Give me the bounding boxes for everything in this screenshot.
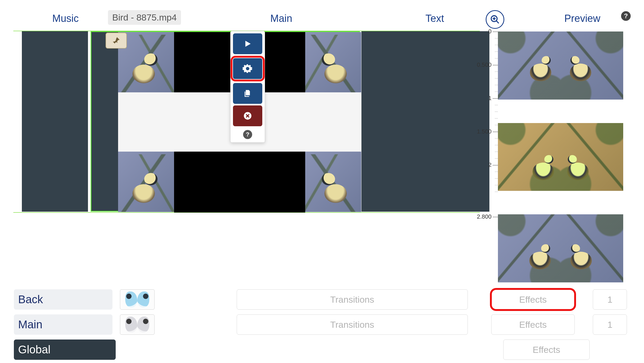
play-button[interactable] (233, 33, 262, 54)
ruler-label: 0 (488, 28, 492, 35)
ruler-label: 2.800 (477, 213, 492, 220)
tab-main[interactable]: Main (270, 13, 292, 24)
settings-button[interactable] (233, 58, 262, 79)
effects-button-global[interactable]: Effects (503, 340, 590, 360)
delete-button[interactable] (233, 105, 262, 126)
layer-row-global: Global Effects (14, 339, 627, 360)
settings-highlight (231, 56, 265, 81)
layer-name-global[interactable]: Global (14, 340, 116, 360)
music-track-panel[interactable] (22, 31, 88, 212)
close-circle-icon (243, 111, 252, 120)
layer-name-main[interactable]: Main (14, 314, 112, 335)
ruler-label: 2 (488, 161, 492, 168)
preview-column: 0 0.500 1 1.500 2 2.800 (480, 31, 629, 282)
layers-panel: Back Transitions Effects 1 Main Transiti… (14, 289, 627, 363)
time-ruler: 0 0.500 1 1.500 2 2.800 (480, 31, 498, 282)
layer-thumb-main[interactable] (120, 314, 155, 335)
ruler-label: 1 (488, 95, 492, 102)
effects-button-back[interactable]: Effects (491, 289, 575, 310)
preview-thumbnail[interactable] (498, 31, 623, 100)
pin-button[interactable] (106, 33, 127, 49)
preview-thumbnail[interactable] (498, 123, 623, 191)
tab-text[interactable]: Text (425, 13, 444, 24)
svg-line-1 (496, 21, 499, 23)
copy-button[interactable] (233, 83, 262, 104)
top-tabs: Music Main Text Preview (13, 13, 632, 28)
effects-count-main[interactable]: 1 (593, 314, 627, 335)
layer-row-main: Main Transitions Effects 1 (14, 314, 627, 335)
pin-icon (112, 36, 121, 45)
preview-thumbnails (498, 31, 629, 282)
effects-count-back[interactable]: 1 (593, 289, 627, 310)
copy-icon (243, 89, 252, 98)
action-help-button[interactable]: ? (243, 130, 252, 139)
zoom-in-button[interactable] (486, 10, 504, 29)
ruler-label: 1.500 (477, 128, 492, 135)
tab-preview[interactable]: Preview (564, 13, 600, 24)
effects-button-main[interactable]: Effects (491, 314, 575, 335)
zoom-in-icon (490, 14, 500, 25)
clip-action-menu: ? (230, 31, 265, 143)
play-icon (243, 39, 252, 48)
text-track-panel[interactable] (361, 31, 489, 212)
layer-row-back: Back Transitions Effects 1 (14, 289, 627, 310)
preview-thumbnail[interactable] (498, 214, 623, 282)
tab-music[interactable]: Music (52, 13, 79, 24)
ruler-label: 0.500 (477, 61, 492, 68)
transitions-button-main[interactable]: Transitions (237, 314, 468, 335)
gear-icon (243, 64, 253, 74)
main-track-panel[interactable] (91, 31, 360, 212)
layer-thumb-back[interactable] (120, 289, 155, 310)
transitions-button-back[interactable]: Transitions (237, 289, 468, 310)
layer-name-back[interactable]: Back (14, 289, 112, 310)
help-button[interactable]: ? (621, 11, 631, 21)
